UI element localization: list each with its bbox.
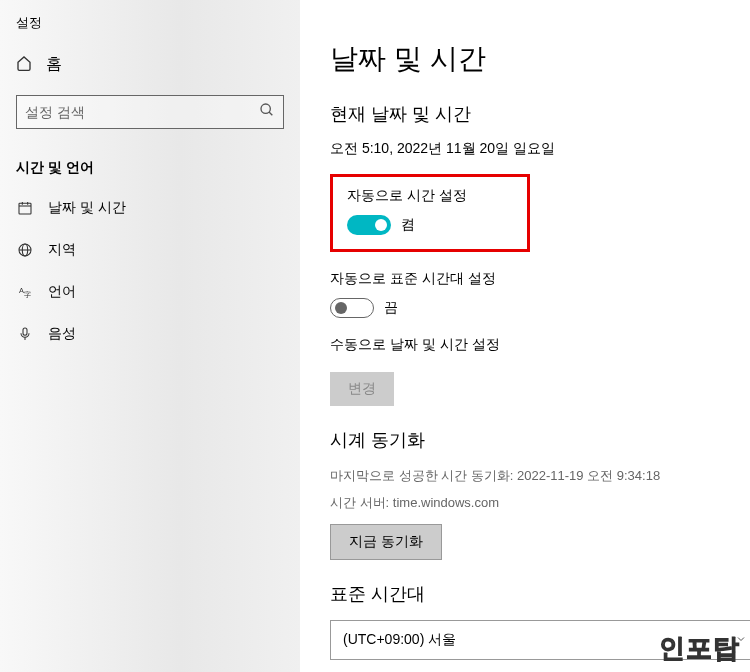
home-nav[interactable]: 홈 [0,44,300,85]
watermark: 인포탑 [659,631,740,666]
sidebar-item-datetime[interactable]: 날짜 및 시간 [0,187,300,229]
app-title: 설정 [0,10,300,44]
globe-icon [16,242,34,258]
sync-server: 시간 서버: time.windows.com [330,493,720,514]
current-datetime-heading: 현재 날짜 및 시간 [330,102,720,126]
sync-last-success: 마지막으로 성공한 시간 동기화: 2022-11-19 오전 9:34:18 [330,466,720,487]
svg-text:字: 字 [24,291,31,298]
search-input[interactable] [25,104,259,120]
svg-point-0 [261,104,270,113]
microphone-icon [16,326,34,342]
sidebar-item-label: 날짜 및 시간 [48,199,126,217]
timezone-value: (UTC+09:00) 서울 [343,631,456,649]
sidebar-section-label: 시간 및 언어 [0,139,300,187]
sidebar: 설정 홈 시간 및 언어 날짜 및 시간 지역 A字 언어 [0,0,300,672]
sidebar-item-label: 언어 [48,283,76,301]
language-icon: A字 [16,284,34,300]
change-button: 변경 [330,372,394,406]
auto-time-state: 켬 [401,216,415,234]
svg-text:A: A [19,286,24,295]
sidebar-item-speech[interactable]: 음성 [0,313,300,355]
manual-datetime-block: 수동으로 날짜 및 시간 설정 변경 [330,336,720,406]
current-datetime-value: 오전 5:10, 2022년 11월 20일 일요일 [330,140,720,158]
highlight-box: 자동으로 시간 설정 켬 [330,174,530,252]
sync-heading: 시계 동기화 [330,428,720,452]
sync-now-button[interactable]: 지금 동기화 [330,524,442,560]
auto-time-toggle[interactable] [347,215,391,235]
main-content: 날짜 및 시간 현재 날짜 및 시간 오전 5:10, 2022년 11월 20… [300,0,750,672]
sidebar-item-language[interactable]: A字 언어 [0,271,300,313]
home-icon [16,55,32,75]
auto-timezone-toggle[interactable] [330,298,374,318]
page-title: 날짜 및 시간 [330,40,720,78]
auto-time-label: 자동으로 시간 설정 [347,187,513,205]
sidebar-item-region[interactable]: 지역 [0,229,300,271]
search-box[interactable] [16,95,284,129]
auto-timezone-block: 자동으로 표준 시간대 설정 끔 [330,270,720,318]
svg-line-1 [269,112,272,115]
timezone-heading: 표준 시간대 [330,582,720,606]
sidebar-item-label: 음성 [48,325,76,343]
svg-rect-11 [23,328,27,335]
auto-timezone-label: 자동으로 표준 시간대 설정 [330,270,720,288]
svg-rect-2 [19,203,31,214]
manual-datetime-label: 수동으로 날짜 및 시간 설정 [330,336,720,354]
calendar-icon [16,200,34,216]
search-icon [259,102,275,122]
sidebar-item-label: 지역 [48,241,76,259]
home-label: 홈 [46,54,62,75]
auto-timezone-state: 끔 [384,299,398,317]
